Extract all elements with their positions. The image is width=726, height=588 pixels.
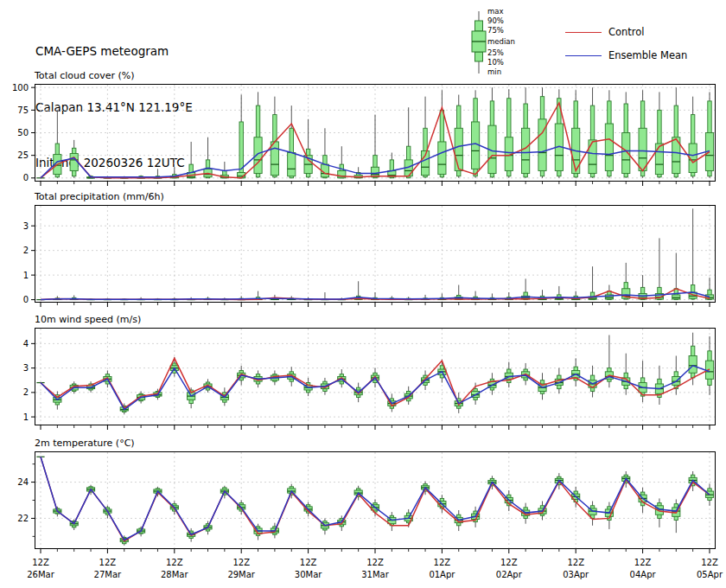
x-axis — [41, 425, 710, 430]
x-tick-hour: 12Z — [500, 558, 518, 567]
gridlines — [35, 206, 715, 302]
x-tick-hour: 12Z — [166, 558, 183, 567]
x-tick-date: 01Apr — [429, 570, 455, 579]
x-tick-date: 03Apr — [563, 570, 589, 579]
y-tick-label: 75 — [17, 105, 29, 115]
x-tick-date: 30Mar — [295, 570, 322, 579]
x-tick-hour: 12Z — [701, 558, 718, 567]
x-tick-hour: 12Z — [300, 558, 317, 567]
legend-90-75-box — [475, 21, 483, 31]
panel-title-precip: Total precipitation (mm/6h) — [35, 191, 164, 202]
y-tick-label: 0 — [23, 295, 29, 304]
panel-title-wind: 10m wind speed (m/s) — [35, 314, 141, 325]
meteogram-page: { "header": { "title": "CMA-GEPS meteogr… — [0, 0, 726, 588]
x-axis-labels: 12Z26Mar12Z27Mar12Z28Mar12Z29Mar12Z30Mar… — [27, 558, 723, 579]
legend-25-10-box — [475, 52, 483, 61]
y-axis: 0255075100 — [12, 84, 35, 182]
x-tick-date: 05Apr — [697, 570, 723, 579]
legend-ensemble-label: Ensemble Mean — [608, 50, 687, 61]
y-axis: 0123 — [23, 221, 35, 304]
panel-temperature-plot: 222412Z26Mar12Z27Mar12Z28Mar12Z29Mar12Z3… — [0, 451, 726, 588]
x-tick-date: 28Mar — [161, 570, 188, 579]
legend-label-25: 25% — [487, 48, 504, 57]
legend-control-label: Control — [608, 27, 645, 38]
y-tick-label: 24 — [17, 477, 29, 487]
y-tick-label: 3 — [23, 363, 29, 373]
x-tick-date: 04Apr — [630, 570, 657, 579]
x-tick-date: 27Mar — [94, 570, 122, 579]
legend-label-max: max — [487, 7, 504, 16]
y-tick-label: 1 — [23, 412, 29, 422]
y-tick-label: 2 — [23, 246, 29, 255]
panel-precipitation-plot: 0123 — [0, 205, 726, 310]
box-whisker-glyphs — [36, 87, 713, 178]
legend-75-25-box — [472, 31, 486, 52]
panel-cloud-cover-plot: 0255075100 — [0, 84, 726, 189]
y-axis: 2224 — [17, 464, 35, 537]
x-tick-hour: 12Z — [634, 558, 652, 567]
x-tick-hour: 12Z — [232, 558, 250, 567]
legend-label-10: 10% — [487, 58, 504, 67]
x-tick-date: 29Mar — [227, 570, 255, 579]
x-axis — [41, 549, 710, 553]
x-tick-date: 26Mar — [27, 570, 54, 579]
legend-label-75: 75% — [487, 26, 504, 35]
panel-wind-speed-plot: 1234 — [0, 328, 726, 432]
x-tick-hour: 12Z — [434, 558, 451, 567]
y-tick-label: 0 — [23, 173, 29, 182]
x-tick-date: 31Mar — [361, 570, 389, 579]
x-tick-hour: 12Z — [366, 558, 384, 567]
y-tick-label: 3 — [23, 221, 29, 231]
y-tick-label: 1 — [23, 271, 29, 280]
legend-ensemble-line — [565, 55, 602, 56]
panel-title-cloud: Total cloud cover (%) — [35, 70, 135, 81]
x-tick-hour: 12Z — [32, 558, 49, 567]
x-tick-hour: 12Z — [99, 558, 117, 567]
legend-label-90: 90% — [487, 16, 504, 25]
chart-title: CMA-GEPS meteogram — [35, 42, 193, 61]
x-tick-hour: 12Z — [567, 558, 584, 567]
x-tick-date: 02Apr — [496, 570, 523, 579]
y-axis: 1234 — [23, 339, 35, 422]
y-tick-label: 25 — [17, 150, 29, 160]
x-axis — [41, 182, 710, 186]
panel-title-temp: 2m temperature (°C) — [35, 438, 135, 449]
y-tick-label: 22 — [17, 514, 29, 523]
legend-box-glyph — [469, 9, 488, 76]
y-tick-label: 50 — [17, 128, 29, 137]
x-axis — [41, 303, 710, 307]
legend-label-min: min — [487, 67, 501, 76]
legend-label-median: median — [487, 37, 515, 46]
legend-control-line — [565, 32, 602, 33]
y-tick-label: 2 — [23, 387, 29, 397]
y-tick-label: 4 — [23, 339, 29, 348]
y-tick-label: 100 — [12, 84, 29, 93]
